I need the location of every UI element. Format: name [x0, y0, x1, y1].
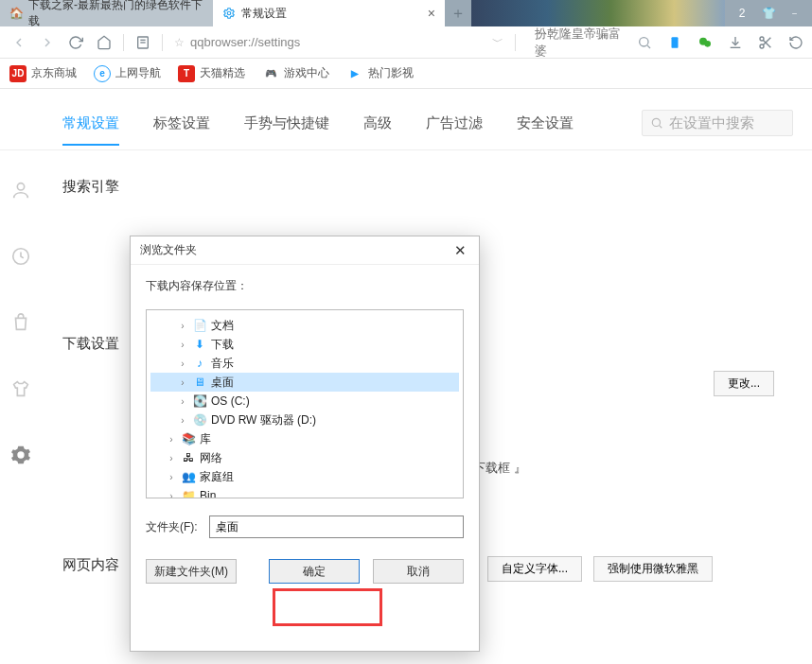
tree-item-osc[interactable]: ›💽OS (C:) — [150, 392, 459, 411]
settings-search[interactable]: 在设置中搜索 — [642, 110, 793, 136]
highlight-annotation — [273, 588, 382, 626]
svg-point-11 — [760, 44, 764, 48]
download-change-row: 更改... — [714, 371, 774, 396]
tab-inactive[interactable]: 🏠 下载之家-最新最热门的绿色软件下载 — [0, 0, 213, 26]
svg-line-15 — [660, 126, 662, 129]
cancel-button[interactable]: 取消 — [373, 559, 464, 584]
browser-tab-bar: 🏠 下载之家-最新最热门的绿色软件下载 常规设置 × ＋ 2 👕 ﹣ — [0, 0, 812, 26]
ok-button[interactable]: 确定 — [269, 559, 360, 584]
user-icon[interactable] — [10, 180, 31, 201]
tab-tabs[interactable]: 标签设置 — [153, 114, 210, 132]
tab-advanced[interactable]: 高级 — [363, 114, 392, 132]
forward-icon[interactable] — [36, 31, 59, 54]
url-text: qqbrowser://settings — [190, 35, 449, 49]
wechat-icon[interactable] — [697, 34, 714, 51]
tab-gesture[interactable]: 手势与快捷键 — [244, 114, 329, 132]
section-download: 下载设置 — [62, 335, 119, 353]
expand-icon[interactable]: › — [177, 396, 188, 407]
star-icon[interactable]: ☆ — [174, 36, 185, 49]
expand-icon[interactable]: › — [166, 491, 177, 499]
jd-icon: JD — [9, 65, 26, 82]
folder-tree[interactable]: ›📄文档 ›⬇下载 ›♪音乐 ›🖥桌面 ›💽OS (C:) ›💿DVD RW 驱… — [146, 309, 464, 498]
expand-icon[interactable]: › — [166, 434, 177, 445]
expand-icon[interactable]: › — [177, 358, 188, 369]
svg-rect-6 — [672, 37, 679, 48]
tree-item-bin[interactable]: ›📁Bin — [150, 486, 459, 498]
bag-icon[interactable] — [10, 312, 31, 333]
tree-item-desktop[interactable]: ›🖥桌面 — [150, 373, 459, 392]
minimize-icon[interactable]: ﹣ — [787, 6, 803, 21]
tab-title: 下载之家-最新最热门的绿色软件下载 — [28, 0, 203, 29]
folder-input[interactable] — [209, 515, 464, 538]
bookmark-jd[interactable]: JD京东商城 — [9, 65, 77, 82]
gear-icon[interactable] — [10, 445, 31, 465]
browse-folder-dialog: 浏览文件夹 ✕ 下载内容保存位置： ›📄文档 ›⬇下载 ›♪音乐 ›🖥桌面 ›💽… — [130, 236, 480, 652]
svg-line-5 — [647, 45, 650, 48]
tree-item-downloads[interactable]: ›⬇下载 — [150, 335, 459, 354]
search-placeholder: 在设置中搜索 — [669, 114, 754, 132]
settings-tab-strip: 常规设置 标签设置 手势与快捷键 高级 广告过滤 安全设置 在设置中搜索 — [0, 89, 812, 150]
download-icon[interactable] — [727, 34, 744, 51]
expand-icon[interactable]: › — [177, 340, 188, 350]
e-icon: e — [94, 65, 111, 82]
download-popup-text: 下载框 』 — [473, 460, 526, 477]
bookmark-tmall[interactable]: T天猫精选 — [178, 65, 245, 82]
tree-item-dvd[interactable]: ›💿DVD RW 驱动器 (D:) — [150, 411, 459, 429]
expand-icon[interactable]: › — [177, 377, 188, 388]
section-network: 网页内容 — [62, 556, 119, 574]
clock-icon[interactable] — [10, 246, 31, 267]
search-icon[interactable] — [636, 34, 653, 51]
document-icon: 📄 — [192, 318, 207, 333]
folder-label: 文件夹(F): — [146, 519, 198, 535]
skin-icon[interactable]: 👕 — [761, 6, 776, 21]
bookmark-bar: JD京东商城 e上网导航 T天猫精选 🎮游戏中心 ▶热门影视 — [0, 59, 812, 89]
download-icon: ⬇ — [192, 337, 207, 352]
svg-point-4 — [640, 37, 648, 45]
tab-general[interactable]: 常规设置 — [62, 114, 119, 146]
omnibox-search[interactable]: ﹀ 扮乾隆皇帝骗富婆 — [492, 26, 630, 60]
force-yahei-button[interactable]: 强制使用微软雅黑 — [593, 556, 713, 582]
expand-icon[interactable]: › — [166, 472, 177, 482]
restore-icon[interactable] — [787, 34, 804, 51]
tmall-icon: T — [178, 65, 195, 82]
tree-item-homegroup[interactable]: ›👥家庭组 — [150, 467, 459, 486]
close-icon[interactable]: × — [428, 6, 435, 21]
toolbar-right — [636, 34, 804, 51]
tshirt-icon[interactable] — [10, 378, 31, 399]
tree-item-lib[interactable]: ›📚库 — [150, 429, 459, 448]
tree-item-music[interactable]: ›♪音乐 — [150, 354, 459, 373]
expand-icon[interactable]: › — [177, 415, 188, 426]
new-folder-button[interactable]: 新建文件夹(M) — [146, 559, 237, 584]
homegroup-icon: 👥 — [181, 469, 196, 484]
home-icon: 🏠 — [9, 7, 23, 20]
play-icon: ▶ — [346, 65, 363, 82]
scissors-icon[interactable] — [757, 34, 774, 51]
home-icon[interactable] — [93, 31, 115, 54]
expand-icon[interactable]: › — [166, 453, 177, 463]
tab-active[interactable]: 常规设置 × — [213, 0, 445, 26]
back-icon[interactable] — [8, 31, 30, 54]
disc-icon: 💿 — [192, 412, 207, 428]
bookmark-game[interactable]: 🎮游戏中心 — [262, 65, 329, 82]
bookmark-nav[interactable]: e上网导航 — [94, 65, 161, 82]
svg-point-16 — [17, 183, 24, 190]
custom-font-button[interactable]: 自定义字体... — [487, 556, 582, 582]
tab-adblock[interactable]: 广告过滤 — [426, 114, 483, 132]
reader-icon[interactable] — [132, 31, 154, 54]
tree-item-docs[interactable]: ›📄文档 — [150, 316, 459, 335]
chevron-down-icon[interactable]: ﹀ — [492, 34, 503, 50]
dialog-subtitle: 下载内容保存位置： — [146, 278, 464, 294]
tree-item-network[interactable]: ›🖧网络 — [150, 448, 459, 467]
bookmark-video[interactable]: ▶热门影视 — [346, 65, 414, 82]
phone-icon[interactable] — [666, 34, 683, 51]
tab-security[interactable]: 安全设置 — [517, 114, 574, 132]
change-button[interactable]: 更改... — [714, 371, 774, 396]
svg-point-10 — [760, 37, 764, 41]
close-icon[interactable]: ✕ — [450, 242, 469, 259]
tabbar-right: 2 👕 ﹣ — [725, 0, 812, 26]
expand-icon[interactable]: › — [177, 321, 188, 331]
sidebar — [0, 155, 42, 465]
address-bar[interactable]: ☆ qqbrowser://settings — [174, 35, 449, 49]
reload-icon[interactable] — [64, 31, 87, 54]
new-tab-button[interactable]: ＋ — [445, 0, 471, 26]
